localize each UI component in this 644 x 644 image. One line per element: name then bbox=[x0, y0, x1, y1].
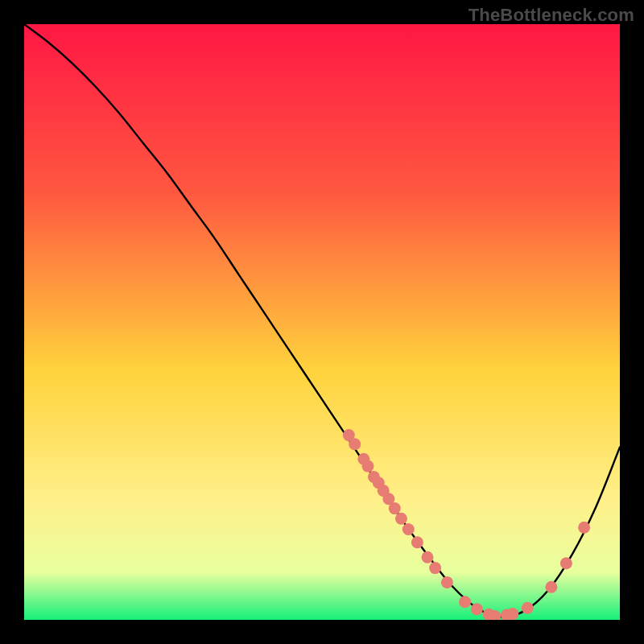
data-marker bbox=[522, 602, 534, 614]
data-marker bbox=[411, 536, 423, 548]
data-marker bbox=[441, 576, 453, 588]
bottleneck-chart bbox=[24, 24, 620, 620]
data-marker bbox=[578, 522, 590, 534]
data-marker bbox=[506, 608, 518, 620]
data-marker bbox=[459, 596, 471, 608]
data-marker bbox=[471, 603, 483, 615]
watermark-text: TheBottleneck.com bbox=[469, 5, 634, 26]
data-marker bbox=[560, 557, 572, 569]
chart-stage: TheBottleneck.com bbox=[0, 0, 644, 644]
data-marker bbox=[361, 460, 374, 473]
data-marker bbox=[429, 562, 441, 574]
data-marker bbox=[421, 551, 433, 564]
gradient-background bbox=[24, 24, 620, 620]
data-marker bbox=[395, 513, 407, 525]
data-marker bbox=[545, 581, 557, 593]
plot-area bbox=[24, 24, 620, 620]
data-marker bbox=[349, 438, 361, 450]
data-marker bbox=[402, 523, 415, 535]
data-marker bbox=[389, 502, 401, 514]
